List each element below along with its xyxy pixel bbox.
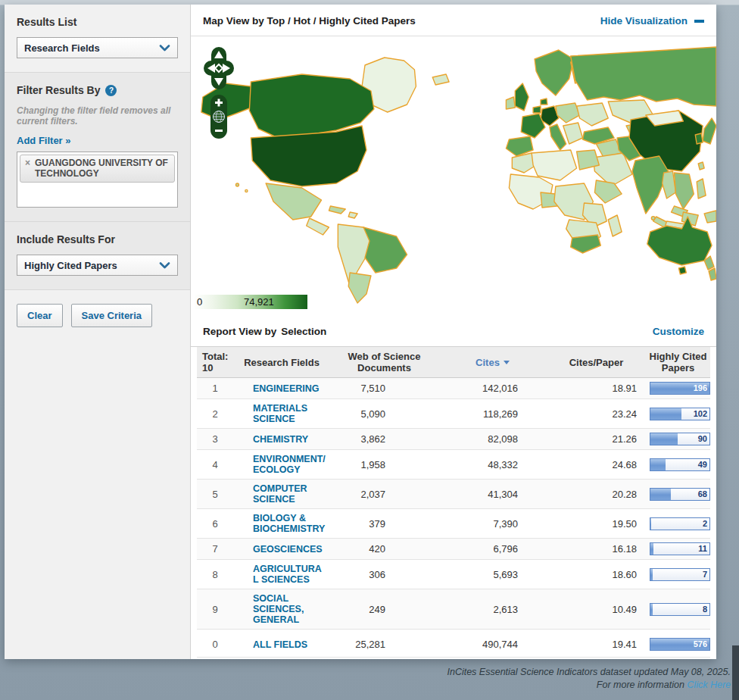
include-results-panel: Include Results For Highly Cited Papers — [5, 222, 190, 290]
rank-cell: 6 — [197, 509, 233, 539]
cites-per-paper-cell: 19.41 — [547, 630, 646, 658]
window-edge — [732, 645, 739, 700]
hide-visualization-link[interactable]: Hide Visualization — [600, 15, 704, 27]
collapse-minus-icon — [694, 20, 704, 23]
table-row: 5COMPUTER SCIENCE2,03741,30420.2868 — [197, 480, 710, 509]
map-pan-control[interactable] — [202, 45, 235, 91]
cites-per-paper-cell: 21.26 — [547, 429, 646, 450]
highly-cited-papers-bar: 7 — [650, 568, 710, 581]
results-list-panel: Results List Research Fields — [5, 5, 190, 73]
save-criteria-button[interactable]: Save Criteria — [71, 304, 153, 327]
cites-per-paper-cell: 20.28 — [547, 480, 646, 509]
results-list-dropdown-value: Research Fields — [24, 42, 100, 54]
column-header-cites-per-paper[interactable]: Cites/Paper — [547, 347, 646, 378]
column-header-research-fields[interactable]: Research Fields — [233, 347, 330, 378]
cites-per-paper-cell: 24.68 — [547, 450, 646, 480]
table-row: 8AGRICULTURAL SCIENCES3065,69318.607 — [197, 560, 710, 589]
highly-cited-papers-bar: 68 — [650, 488, 710, 501]
research-field-link[interactable]: CHEMISTRY — [233, 434, 330, 445]
wos-documents-cell: 379 — [330, 509, 438, 539]
column-header-highly-cited-papers[interactable]: Highly Cited Papers — [646, 347, 710, 378]
filter-panel: Filter Results By ? Changing the filter … — [5, 73, 190, 222]
filter-note: Changing the filter field removes all cu… — [17, 105, 178, 127]
research-field-link[interactable]: ALL FIELDS — [233, 639, 330, 650]
help-icon[interactable]: ? — [105, 85, 117, 96]
cites-cell: 490,744 — [438, 630, 547, 658]
cites-per-paper-cell: 10.49 — [547, 589, 646, 630]
wos-documents-cell: 2,037 — [330, 480, 438, 509]
wos-documents-cell: 420 — [330, 539, 438, 560]
add-filter-link[interactable]: Add Filter » — [17, 135, 71, 146]
map-title: Map View by Top / Hot / Highly Cited Pap… — [203, 15, 416, 27]
map-section-header: Map View by Top / Hot / Highly Cited Pap… — [191, 5, 716, 36]
research-field-link[interactable]: AGRICULTURAL SCIENCES — [233, 564, 330, 585]
bar-value-label: 11 — [698, 544, 707, 554]
research-field-link[interactable]: ENVIRONMENT/ECOLOGY — [233, 454, 330, 475]
cites-per-paper-cell: 19.50 — [547, 509, 646, 539]
research-field-link[interactable]: BIOLOGY & BIOCHEMISTRY — [233, 513, 330, 534]
legend-min-label: 0 — [197, 296, 202, 308]
column-header-cites[interactable]: Cites — [438, 347, 547, 378]
filter-heading: Filter Results By — [17, 84, 100, 96]
highly-cited-papers-bar: 576 — [650, 638, 710, 651]
table-row: 1ENGINEERING7,510142,01618.91196 — [197, 378, 710, 399]
report-title: Report View by — [203, 326, 276, 337]
table-row: 2MATERIALS SCIENCE5,090118,26923.24102 — [197, 399, 710, 429]
map-view: 0 74,921 — [191, 36, 716, 315]
report-table-body: 1ENGINEERING7,510142,01618.911962MATERIA… — [197, 378, 710, 658]
cites-per-paper-cell: 18.91 — [547, 378, 646, 399]
footer-dataset-line: InCites Essential Science Indicators dat… — [447, 666, 731, 679]
rank-cell: 9 — [197, 589, 233, 630]
customize-link[interactable]: Customize — [653, 326, 704, 337]
include-results-dropdown[interactable]: Highly Cited Papers — [17, 255, 178, 276]
chevron-down-icon — [159, 262, 170, 269]
clear-button[interactable]: Clear — [17, 304, 63, 327]
research-field-link[interactable]: MATERIALS SCIENCE — [233, 403, 330, 424]
bar-value-label: 576 — [694, 639, 707, 649]
highly-cited-papers-bar: 102 — [650, 408, 710, 420]
report-section-header: Report View bySelection Customize — [191, 315, 716, 347]
cites-cell: 2,613 — [438, 589, 547, 630]
results-list-heading: Results List — [17, 16, 178, 28]
report-title-mode: Selection — [281, 326, 326, 337]
table-row: 7GEOSCIENCES4206,79616.1811 — [197, 539, 710, 560]
footer-info-text: For more information — [597, 680, 684, 690]
legend-max-label: 74,921 — [244, 296, 274, 308]
click-here-link[interactable]: Click Here — [687, 680, 731, 690]
table-row: 4ENVIRONMENT/ECOLOGY1,95848,33224.6849 — [197, 450, 710, 480]
bar-value-label: 90 — [698, 434, 707, 444]
research-field-link[interactable]: COMPUTER SCIENCE — [233, 483, 330, 505]
wos-documents-cell: 3,862 — [330, 429, 438, 450]
include-results-heading: Include Results For — [17, 233, 178, 245]
wos-documents-cell: 1,958 — [330, 450, 438, 480]
cites-per-paper-cell: 16.18 — [547, 539, 646, 560]
table-row: 3CHEMISTRY3,86282,09821.2690 — [197, 429, 710, 450]
bar-value-label: 7 — [703, 570, 707, 580]
report-table: Total: 10 Research Fields Web of Science… — [197, 347, 710, 658]
research-field-link[interactable]: GEOSCIENCES — [233, 544, 330, 555]
column-header-wos-documents[interactable]: Web of Science Documents — [330, 347, 438, 378]
highly-cited-papers-bar: 8 — [650, 603, 710, 616]
highly-cited-papers-bar: 49 — [650, 458, 710, 471]
research-field-link[interactable]: ENGINEERING — [233, 383, 330, 394]
wos-documents-cell: 25,281 — [330, 630, 438, 658]
rank-cell: 8 — [197, 560, 233, 589]
cites-cell: 82,098 — [438, 429, 547, 450]
cites-cell: 41,304 — [438, 480, 547, 509]
cites-cell: 5,693 — [438, 560, 547, 589]
globe-icon — [214, 111, 225, 123]
highly-cited-papers-bar: 196 — [650, 382, 710, 395]
filter-chip-box: × GUANGDONG UNIVERSITY OF TECHNOLOGY — [17, 152, 178, 208]
table-row: 6BIOLOGY & BIOCHEMISTRY3797,39019.502 — [197, 509, 710, 539]
filter-chip[interactable]: × GUANGDONG UNIVERSITY OF TECHNOLOGY — [20, 155, 175, 183]
research-field-link[interactable]: SOCIAL SCIENCES, GENERAL — [233, 593, 330, 625]
results-list-dropdown[interactable]: Research Fields — [17, 37, 178, 58]
bar-value-label: 8 — [703, 605, 707, 614]
map-zoom-control[interactable] — [210, 94, 228, 139]
rank-cell: 7 — [197, 539, 233, 560]
main-content: Map View by Top / Hot / Highly Cited Pap… — [191, 5, 716, 659]
remove-filter-icon[interactable]: × — [25, 158, 30, 168]
world-map[interactable] — [191, 36, 716, 315]
cites-per-paper-cell: 23.24 — [547, 399, 646, 429]
wos-documents-cell: 306 — [330, 560, 438, 589]
